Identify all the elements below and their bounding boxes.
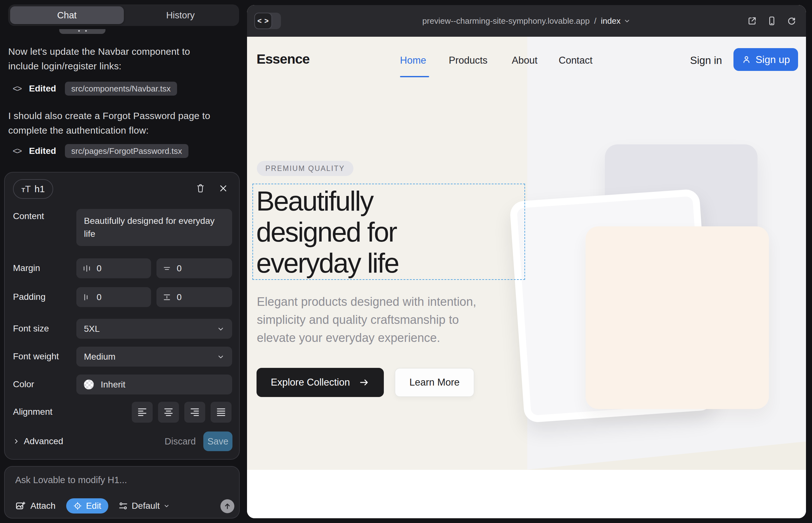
- hero-heading: Beautifully designed for everyday life: [256, 185, 399, 278]
- color-label: Color: [13, 379, 34, 390]
- edited-file-row: <> Edited src/components/Navbar.tsx: [13, 82, 177, 96]
- edit-mode-button[interactable]: Edit: [66, 498, 108, 513]
- dot: [85, 30, 87, 32]
- edited-label: Edited: [29, 146, 56, 156]
- chevron-down-icon: [623, 17, 631, 24]
- font-size-label: Font size: [13, 324, 49, 334]
- color-select[interactable]: Inherit: [76, 375, 232, 395]
- discard-button[interactable]: Discard: [163, 432, 198, 451]
- edited-file-row: <> Edited src/pages/ForgotPassword.tsx: [13, 144, 189, 158]
- align-right-icon: [190, 408, 199, 416]
- padding-vertical-icon: [163, 293, 171, 301]
- color-swatch: [84, 380, 94, 390]
- margin-x-field[interactable]: [76, 258, 151, 278]
- sliders-icon: [119, 501, 128, 511]
- padding-x-field[interactable]: [76, 287, 151, 307]
- arrow-up-icon: [223, 502, 231, 510]
- sign-up-label: Sign up: [756, 54, 790, 66]
- tab-history[interactable]: History: [124, 6, 237, 24]
- color-value: Inherit: [101, 380, 125, 390]
- hero-description-line: simplicity and quality craftsmanship to: [257, 311, 476, 329]
- chat-message-line: I should also create a Forgot Password p…: [8, 109, 233, 123]
- delete-element-button[interactable]: [194, 181, 208, 195]
- site-logo[interactable]: Essence: [257, 51, 310, 67]
- chat-composer: Attach Edit Default: [4, 466, 240, 519]
- edited-file-chip[interactable]: src/pages/ForgotPassword.tsx: [65, 144, 189, 158]
- hero-description-line: Elegant products designed with intention…: [257, 293, 476, 311]
- mode-select[interactable]: Default: [119, 501, 170, 511]
- align-justify-icon: [217, 408, 226, 416]
- edited-label: Edited: [29, 84, 56, 94]
- hero-badge: PREMIUM QUALITY: [257, 161, 353, 176]
- selected-h1-outline[interactable]: Beautifully designed for everyday life: [252, 184, 525, 280]
- sign-up-button[interactable]: Sign up: [734, 48, 798, 71]
- composer-input[interactable]: [15, 475, 221, 485]
- chat-message: I should also create a Forgot Password p…: [8, 109, 233, 138]
- nav-active-underline: [400, 76, 429, 77]
- element-tag-pill: TT h1: [13, 179, 53, 199]
- align-right-button[interactable]: [184, 402, 205, 422]
- tab-chat[interactable]: Chat: [10, 6, 124, 24]
- open-external-icon[interactable]: [747, 16, 757, 26]
- url-separator: /: [594, 16, 596, 26]
- url-path: index: [601, 16, 620, 26]
- padding-y-input[interactable]: [177, 292, 202, 302]
- margin-y-input[interactable]: [177, 264, 202, 273]
- chevron-down-icon: [217, 353, 225, 361]
- content-label: Content: [13, 211, 44, 221]
- hero-description-line: elevate your everyday experience.: [257, 329, 476, 347]
- send-button[interactable]: [220, 499, 234, 513]
- explore-collection-button[interactable]: Explore Collection: [257, 368, 384, 397]
- font-weight-select[interactable]: Medium: [76, 347, 232, 366]
- nav-link-products[interactable]: Products: [449, 55, 488, 66]
- align-justify-button[interactable]: [211, 402, 231, 422]
- nav-link-about[interactable]: About: [512, 55, 537, 66]
- padding-y-field[interactable]: [156, 287, 232, 307]
- url-bar[interactable]: preview--charming-site-symphony.lovable.…: [247, 5, 806, 37]
- margin-x-input[interactable]: [96, 264, 122, 273]
- margin-vertical-icon: [163, 264, 171, 273]
- margin-y-field[interactable]: [156, 258, 232, 278]
- sign-in-link[interactable]: Sign in: [690, 54, 722, 67]
- dot: [78, 30, 80, 32]
- browser-actions: [747, 5, 796, 37]
- nav-link-home[interactable]: Home: [400, 55, 426, 66]
- chat-message-line: Now let's update the Navbar component to: [8, 44, 233, 59]
- align-center-icon: [164, 408, 173, 416]
- hero-heading-line: designed for: [256, 217, 399, 248]
- edit-mode-label: Edit: [86, 501, 101, 511]
- refresh-icon[interactable]: [786, 16, 796, 26]
- element-tag-label: h1: [35, 184, 45, 194]
- attach-button[interactable]: Attach: [30, 501, 55, 511]
- app-window: Chat History Now let's update the Navbar…: [0, 0, 812, 523]
- browser-chrome-bar: < > preview--charming-site-symphony.lova…: [247, 5, 806, 37]
- code-icon: <>: [13, 146, 21, 156]
- attach-icon: [15, 501, 25, 511]
- align-left-button[interactable]: [132, 402, 153, 422]
- save-button[interactable]: Save: [203, 432, 232, 451]
- close-editor-button[interactable]: [216, 181, 230, 195]
- chevron-right-icon: [13, 438, 19, 445]
- composer-toolbar: Attach Edit Default: [15, 498, 170, 514]
- content-input[interactable]: Beautifully designed for everyday life: [76, 209, 232, 246]
- font-weight-label: Font weight: [13, 351, 59, 362]
- nav-link-contact[interactable]: Contact: [559, 55, 593, 66]
- typography-icon: TT: [21, 184, 31, 194]
- edited-file-chip[interactable]: src/components/Navbar.tsx: [65, 82, 177, 96]
- font-weight-value: Medium: [84, 352, 116, 362]
- chevron-down-icon: [163, 503, 170, 509]
- mode-label: Default: [132, 501, 160, 511]
- user-icon: [742, 55, 751, 64]
- target-icon: [73, 502, 82, 510]
- align-center-button[interactable]: [158, 402, 179, 422]
- chat-message: Now let's update the Navbar component to…: [8, 44, 233, 73]
- close-icon: [219, 184, 228, 193]
- font-size-select[interactable]: 5XL: [76, 319, 232, 339]
- learn-more-button[interactable]: Learn More: [394, 368, 474, 397]
- align-left-icon: [138, 408, 147, 416]
- alignment-label: Alignment: [13, 407, 53, 417]
- padding-x-input[interactable]: [96, 292, 122, 302]
- advanced-toggle[interactable]: Advanced: [13, 432, 63, 451]
- arrow-right-icon: [359, 377, 370, 388]
- mobile-preview-icon[interactable]: [767, 16, 777, 26]
